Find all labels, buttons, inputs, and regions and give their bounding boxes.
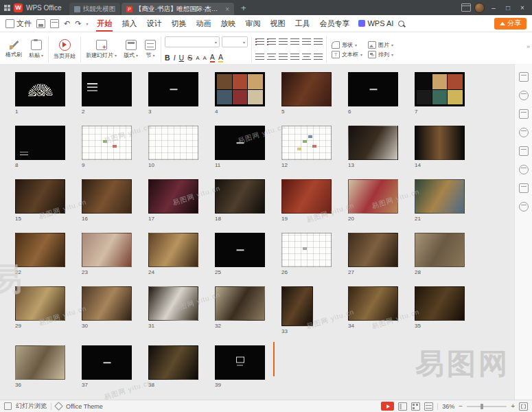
slide-thumbnail[interactable]: 20 [348, 179, 398, 222]
maximize-button[interactable]: □ [502, 4, 513, 12]
reading-view-icon[interactable] [424, 402, 433, 411]
shrink-font-button[interactable]: A [203, 54, 207, 62]
format-painter-button[interactable]: 格式刷 [3, 34, 25, 65]
align-text-icon[interactable] [314, 54, 323, 61]
comment-icon[interactable] [519, 128, 529, 137]
print-icon[interactable] [50, 19, 59, 28]
slideshow-play-button[interactable] [381, 402, 394, 411]
align-left-icon[interactable] [255, 54, 264, 61]
document-tab[interactable]: 找靓先横图 [69, 3, 121, 15]
slide-thumbnail[interactable]: 18 [215, 179, 265, 222]
font-size-select[interactable]: ▾ [222, 36, 248, 47]
wps-logo-icon[interactable]: W [14, 3, 23, 12]
tab-切换[interactable]: 切换 [167, 15, 190, 32]
slide-thumbnail[interactable]: 37 [82, 345, 132, 388]
animation-icon[interactable] [519, 91, 529, 100]
slide-thumbnail[interactable]: 14 [415, 126, 465, 168]
file-menu-button[interactable]: 文件 [5, 19, 32, 29]
picture-button[interactable]: 图片▾ [368, 41, 393, 49]
slide-thumbnail[interactable]: 26 [281, 233, 332, 275]
zoom-out-button[interactable]: − [459, 402, 463, 410]
tab-工具[interactable]: 工具 [290, 15, 314, 32]
slide-thumbnail[interactable]: 10 [148, 126, 198, 168]
slide-thumbnail[interactable]: 38 [148, 345, 198, 388]
font-family-select[interactable]: ▾ [165, 36, 220, 47]
quickbar-caret-icon[interactable]: ▾ [86, 21, 88, 26]
italic-button[interactable]: I [174, 54, 176, 62]
bulleted-list-icon[interactable] [255, 38, 264, 46]
settings-icon[interactable] [519, 202, 529, 211]
tab-设计[interactable]: 设计 [142, 15, 165, 32]
undo-icon[interactable]: ↶ [64, 19, 70, 28]
ribbon-expand-icon[interactable]: » [527, 43, 530, 50]
shape-button[interactable]: 形状▾ [332, 41, 362, 49]
slide-thumbnail[interactable]: 25 [215, 233, 265, 275]
textbox-button[interactable]: 文本框▾ [332, 51, 362, 58]
section-button[interactable]: 节▾ [142, 34, 159, 65]
slide-thumbnail[interactable]: 32 [215, 286, 265, 329]
slide-thumbnail[interactable]: 21 [415, 179, 465, 222]
wps-ai-button[interactable]: WPS AI [358, 19, 393, 27]
resources-icon[interactable] [519, 165, 529, 174]
zoom-slider-handle[interactable] [481, 404, 483, 409]
slide-thumbnail[interactable]: 27 [348, 233, 398, 275]
ai-assistant-icon[interactable] [519, 146, 529, 156]
decrease-indent-icon[interactable] [279, 38, 288, 46]
new-slide-button[interactable]: 新建幻灯片▾ [83, 34, 119, 65]
tab-会员专享[interactable]: 会员专享 [315, 15, 354, 32]
share-button[interactable]: 分享 [494, 18, 527, 30]
increase-indent-icon[interactable] [290, 38, 299, 46]
slide-thumbnail[interactable]: 3 [148, 72, 198, 115]
slide-thumbnail[interactable]: 31 [148, 286, 198, 329]
slide-thumbnail[interactable]: 5 [281, 72, 332, 115]
slide-thumbnail[interactable]: 16 [82, 179, 132, 222]
slide-sorter-view-icon[interactable] [411, 402, 420, 411]
slide-thumbnail[interactable]: 33 [281, 286, 332, 334]
redo-icon[interactable]: ↷ [75, 19, 81, 28]
save-icon[interactable] [36, 19, 45, 28]
slide-thumbnail[interactable]: 29 [15, 286, 65, 329]
slide-thumbnail[interactable]: 1 [15, 72, 65, 115]
window-layout-icon[interactable] [461, 3, 471, 12]
slide-thumbnail[interactable]: 19 [281, 179, 332, 222]
font-color-button[interactable]: A [210, 54, 215, 62]
bold-button[interactable]: B [165, 54, 170, 62]
tab-动画[interactable]: 动画 [192, 15, 215, 32]
justify-icon[interactable] [290, 54, 299, 61]
user-avatar[interactable] [474, 3, 485, 13]
help-icon[interactable] [519, 183, 529, 193]
tab-审阅[interactable]: 审阅 [241, 15, 264, 32]
design-tools-icon[interactable] [519, 109, 529, 119]
slide-sorter-canvas[interactable]: 1 2 3 4 5 6 7 8 9 10 11 [0, 64, 514, 400]
grow-font-button[interactable]: A [196, 54, 199, 62]
slide-thumbnail[interactable]: 15 [15, 179, 65, 222]
slide-thumbnail[interactable]: 2 [82, 72, 132, 115]
align-right-icon[interactable] [279, 54, 288, 61]
zoom-in-button[interactable]: + [511, 402, 515, 410]
slide-thumbnail[interactable]: 22 [15, 233, 65, 275]
play-from-current-button[interactable]: 当页开始 [51, 34, 78, 65]
minimize-button[interactable]: – [488, 4, 499, 12]
new-tab-button[interactable]: + [238, 3, 250, 13]
slide-thumbnail[interactable]: 8 [15, 126, 65, 168]
slide-thumbnail[interactable]: 39 [215, 345, 265, 388]
tab-视图[interactable]: 视图 [266, 15, 289, 32]
tab-插入[interactable]: 插入 [117, 15, 141, 32]
search-icon[interactable] [398, 21, 404, 27]
zoom-slider[interactable] [467, 406, 507, 407]
slide-thumbnail[interactable]: 17 [148, 179, 198, 222]
normal-view-icon[interactable] [398, 402, 407, 411]
line-spacing-icon[interactable] [302, 38, 311, 46]
properties-icon[interactable] [519, 72, 529, 82]
columns-icon[interactable] [302, 54, 311, 61]
arrange-button[interactable]: 排列▾ [368, 51, 393, 58]
slide-thumbnail[interactable]: 12 [281, 126, 332, 168]
close-button[interactable]: × [517, 4, 528, 12]
slide-thumbnail[interactable]: 4 [215, 72, 265, 115]
document-tab[interactable]: 【商业·书店】唯想国际·杰想...× [122, 3, 234, 15]
slide-thumbnail[interactable]: 30 [82, 286, 132, 329]
slide-thumbnail[interactable]: 9 [82, 126, 132, 168]
fit-to-window-icon[interactable] [519, 402, 528, 411]
slide-thumbnail[interactable]: 35 [415, 286, 465, 329]
slide-thumbnail[interactable]: 23 [82, 233, 132, 275]
